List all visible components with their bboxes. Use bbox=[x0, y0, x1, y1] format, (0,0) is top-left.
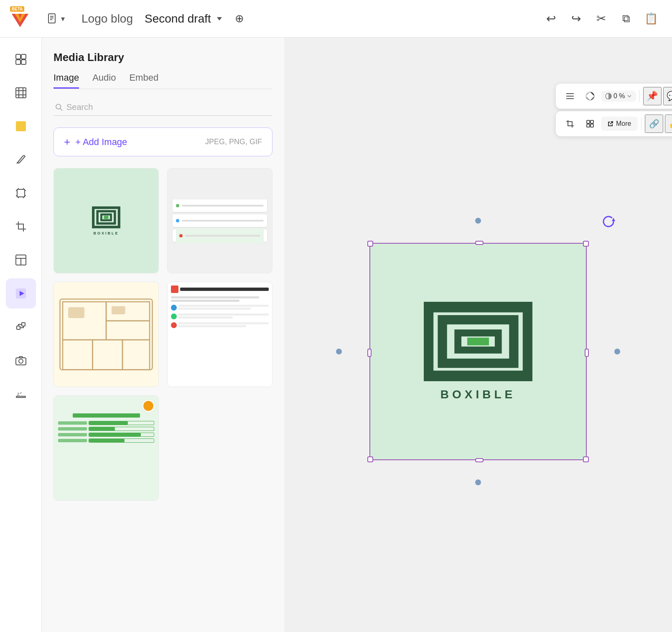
search-bar[interactable] bbox=[53, 99, 272, 116]
image-thumb-floorplan[interactable] bbox=[53, 282, 159, 387]
canvas-area[interactable]: 0 % 📌 💬 bbox=[284, 38, 672, 632]
sidebar-item-media[interactable] bbox=[6, 278, 36, 308]
media-library-panel: Media Library Image Audio Embed + + Add … bbox=[42, 38, 284, 632]
sidebar-item-camera[interactable] bbox=[6, 345, 36, 375]
external-link-icon bbox=[608, 121, 613, 127]
color-picker-btn[interactable] bbox=[581, 87, 599, 105]
crop-icon bbox=[15, 221, 27, 232]
canvas-logo-svg bbox=[424, 302, 532, 381]
new-page-btn[interactable]: ⊕ bbox=[229, 8, 250, 30]
sleep-icon: z z bbox=[15, 388, 27, 400]
svg-point-35 bbox=[19, 359, 23, 363]
svg-text:z: z bbox=[17, 391, 20, 396]
sidebar-item-sleep[interactable]: z z bbox=[6, 379, 36, 409]
slide-item-2 bbox=[173, 214, 267, 227]
document-icon bbox=[47, 13, 59, 25]
image-thumb-thisorthat[interactable] bbox=[53, 395, 159, 501]
svg-rect-66 bbox=[467, 338, 489, 346]
logo-icon bbox=[10, 10, 30, 31]
sidebar-item-crop[interactable] bbox=[6, 212, 36, 242]
document-icon-btn[interactable]: ▾ bbox=[42, 10, 70, 28]
media-library-title: Media Library bbox=[53, 51, 272, 64]
crop-icon2 bbox=[565, 119, 575, 128]
toolbar-row-2: More 🔗 👍 bbox=[556, 111, 672, 136]
svg-rect-59 bbox=[587, 120, 590, 123]
crop-btn[interactable] bbox=[561, 115, 579, 133]
frame-icon bbox=[15, 187, 27, 199]
svg-text:z: z bbox=[20, 391, 22, 395]
image-thumb-boxible[interactable]: BOXIBLE bbox=[53, 168, 159, 273]
svg-rect-62 bbox=[587, 124, 590, 127]
add-image-btn[interactable]: + + Add Image JPEG, PNG, GIF bbox=[53, 127, 272, 156]
opacity-value: 0 % bbox=[613, 92, 625, 100]
draft-name: Second draft bbox=[145, 12, 222, 25]
svg-rect-52 bbox=[68, 307, 84, 318]
add-image-formats: JPEG, PNG, GIF bbox=[205, 138, 262, 146]
svg-rect-15 bbox=[16, 88, 26, 98]
svg-rect-16 bbox=[16, 121, 26, 131]
rotate-icon bbox=[602, 214, 615, 228]
svg-rect-44 bbox=[104, 216, 109, 219]
svg-rect-9 bbox=[16, 60, 20, 64]
more-label: More bbox=[616, 120, 631, 127]
svg-rect-61 bbox=[591, 124, 593, 127]
hamburger-btn[interactable] bbox=[561, 87, 579, 105]
sidebar-item-pen[interactable] bbox=[6, 145, 36, 175]
svg-rect-10 bbox=[21, 60, 26, 64]
header-actions: ↩ ↪ ✂ ⧉ 📋 bbox=[540, 8, 662, 30]
floorplan-svg bbox=[57, 285, 155, 383]
layout-icon bbox=[15, 54, 27, 65]
canvas-image: BOXIBLE bbox=[369, 243, 587, 460]
canvas-element[interactable]: BOXIBLE bbox=[369, 243, 587, 460]
sidebar-item-table[interactable] bbox=[6, 245, 36, 275]
svg-marker-67 bbox=[612, 218, 615, 221]
sidebar-item-sticky[interactable] bbox=[6, 111, 36, 141]
more-btn[interactable]: More bbox=[601, 117, 638, 131]
cut-btn[interactable]: ✂ bbox=[590, 8, 612, 30]
dot-left bbox=[336, 349, 342, 354]
paste-btn[interactable]: 📋 bbox=[640, 8, 662, 30]
link-btn[interactable]: 🔗 bbox=[645, 115, 663, 133]
sidebar-item-layout[interactable] bbox=[6, 44, 36, 74]
sidebar-item-frame[interactable] bbox=[6, 178, 36, 208]
tab-image[interactable]: Image bbox=[53, 72, 79, 89]
chat-btn[interactable]: 💬 bbox=[663, 87, 672, 105]
sticky-icon bbox=[15, 120, 27, 132]
slide-item-1 bbox=[173, 199, 267, 212]
thumb-btn[interactable]: 👍 bbox=[665, 115, 672, 133]
pin-btn[interactable]: 📌 bbox=[643, 87, 662, 105]
app-logo: BETA bbox=[10, 6, 35, 31]
redo-btn[interactable]: ↪ bbox=[565, 8, 587, 30]
main-layout: z z Media Library Image Audio Embed + + … bbox=[0, 38, 672, 632]
draft-chevron[interactable] bbox=[217, 17, 222, 20]
plugin-icon bbox=[15, 321, 27, 333]
search-input[interactable] bbox=[66, 102, 271, 112]
opacity-control[interactable]: 0 % bbox=[601, 91, 636, 102]
rotate-handle[interactable] bbox=[601, 214, 616, 229]
tab-embed[interactable]: Embed bbox=[129, 72, 158, 89]
pen-icon bbox=[15, 154, 27, 166]
media-tabs: Image Audio Embed bbox=[53, 72, 272, 89]
image-thumb-twotruth[interactable] bbox=[167, 282, 272, 387]
undo-btn[interactable]: ↩ bbox=[540, 8, 562, 30]
svg-rect-33 bbox=[22, 323, 25, 326]
sidebar-item-grid[interactable] bbox=[6, 78, 36, 108]
tab-audio[interactable]: Audio bbox=[92, 72, 116, 89]
svg-point-39 bbox=[56, 104, 61, 109]
svg-rect-60 bbox=[591, 120, 593, 123]
opacity-circle-icon bbox=[605, 93, 612, 99]
doc-chevron: ▾ bbox=[61, 14, 65, 23]
project-name: Logo blog bbox=[76, 12, 138, 25]
svg-rect-8 bbox=[21, 54, 26, 59]
copy-btn[interactable]: ⧉ bbox=[615, 8, 637, 30]
image-thumb-slides[interactable] bbox=[167, 168, 272, 273]
toolbar-float: 0 % 📌 💬 bbox=[556, 84, 672, 136]
svg-rect-53 bbox=[112, 306, 125, 314]
toolbar-divider-2 bbox=[641, 117, 641, 130]
header: BETA ▾ Logo blog Second draft ⊕ ↩ ↪ ✂ ⧉ … bbox=[0, 0, 672, 38]
transform-btn[interactable] bbox=[581, 115, 599, 133]
add-image-label: + Add Image bbox=[75, 137, 127, 148]
svg-rect-18 bbox=[17, 189, 25, 197]
toolbar-row-1: 0 % 📌 💬 bbox=[556, 84, 672, 109]
sidebar-item-plugin[interactable] bbox=[6, 312, 36, 342]
